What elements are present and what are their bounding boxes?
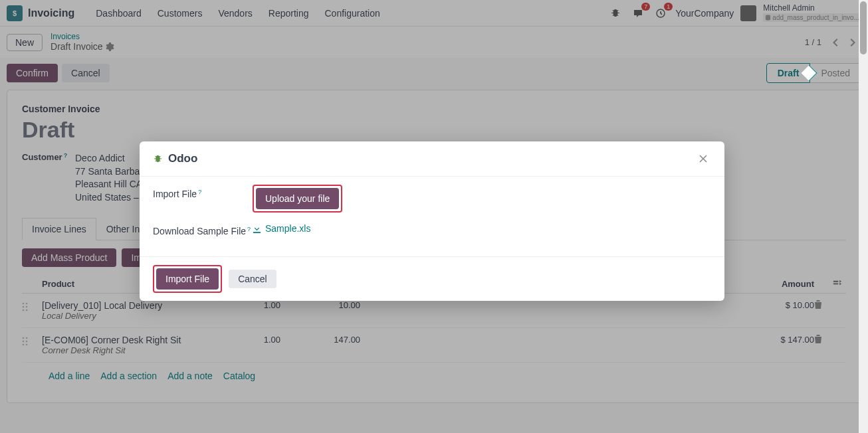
scrollbar-thumb[interactable] bbox=[860, 1, 867, 54]
import-modal: Odoo Import File? Upload your file Downl… bbox=[140, 141, 724, 301]
sample-download-link[interactable]: Sample.xls bbox=[253, 222, 310, 234]
scrollbar-track[interactable] bbox=[859, 0, 868, 433]
import-file-label: Import File? bbox=[153, 185, 253, 199]
upload-highlight: Upload your file bbox=[253, 185, 342, 213]
modal-title: Odoo bbox=[168, 152, 197, 165]
close-icon[interactable] bbox=[695, 151, 711, 167]
download-icon bbox=[253, 224, 261, 233]
import-file-button[interactable]: Import File bbox=[156, 268, 219, 290]
bug-icon bbox=[153, 154, 163, 164]
upload-file-button[interactable]: Upload your file bbox=[256, 188, 339, 209]
download-sample-label: Download Sample File? bbox=[153, 222, 253, 236]
import-highlight: Import File bbox=[153, 265, 222, 293]
modal-cancel-button[interactable]: Cancel bbox=[229, 270, 276, 288]
